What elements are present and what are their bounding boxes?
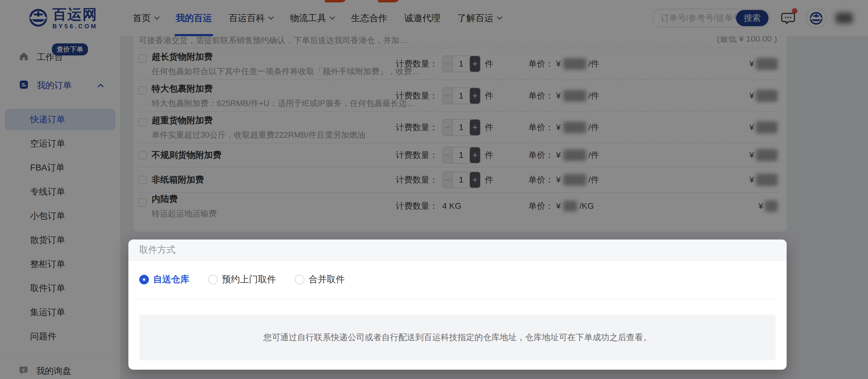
radio-unselected-icon	[208, 275, 218, 284]
radio-door-pickup[interactable]: 预约上门取件	[208, 273, 276, 286]
pickup-panel-header: 取件方式	[128, 240, 786, 261]
pickup-method-panel: 取件方式 自送仓库 预约上门取件 合并取件 您可通过自行联系快递公司或者自	[128, 240, 786, 370]
radio-merge-pickup[interactable]: 合并取件	[295, 273, 345, 286]
pickup-note-box: 您可通过自行联系快递公司或者自行配送到百运科技指定的仓库地址，仓库地址可在下单成…	[139, 315, 776, 360]
radio-selected-icon	[139, 275, 149, 284]
pickup-panel-body: 自送仓库 预约上门取件 合并取件 您可通过自行联系快递公司或者自行配送到百运科技…	[128, 261, 786, 360]
app-root: 百运网 BY56.COM 首页 我的百运 百运百科 物流工具 NEW 生	[0, 0, 868, 379]
radio-label: 自送仓库	[153, 273, 189, 286]
pickup-note-text: 您可通过自行联系快递公司或者自行配送到百运科技指定的仓库地址，仓库地址可在下单成…	[264, 332, 652, 343]
radio-label: 合并取件	[309, 273, 345, 286]
radio-label: 预约上门取件	[222, 273, 276, 286]
radio-unselected-icon	[295, 275, 304, 284]
radio-self-delivery[interactable]: 自送仓库	[139, 273, 189, 286]
pickup-panel-title: 取件方式	[139, 244, 176, 256]
dotted-divider	[139, 299, 776, 299]
pickup-options: 自送仓库 预约上门取件 合并取件	[139, 273, 776, 286]
